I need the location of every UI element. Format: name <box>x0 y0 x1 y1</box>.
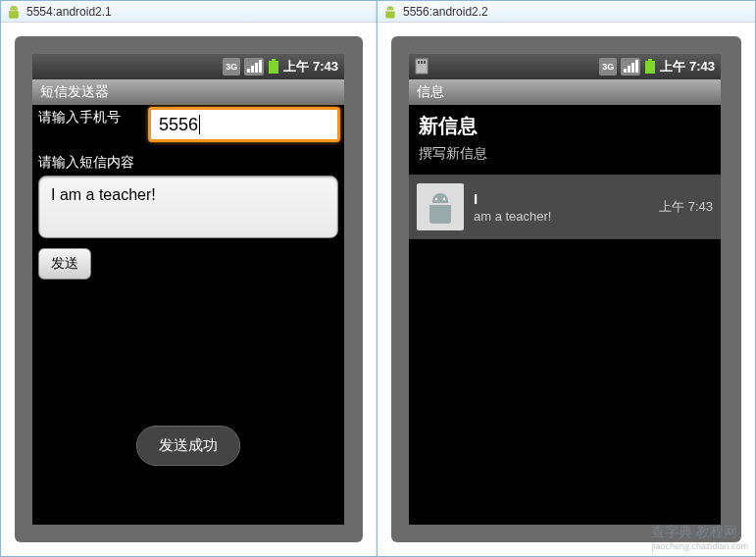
sms-sender-content: 请输入手机号 5556 请输入短信内容 I am a teacher! 发送 <box>32 105 344 283</box>
phone-input[interactable]: 5556 <box>148 107 340 142</box>
signal-bars-icon <box>244 58 264 76</box>
window-title: 5554:android2.1 <box>26 5 112 19</box>
app-title: 短信发送器 <box>40 83 109 101</box>
send-button[interactable]: 发送 <box>38 248 91 279</box>
svg-rect-7 <box>269 61 278 74</box>
window-titlebar-left: 5554:android2.1 <box>1 1 377 23</box>
toast-text: 发送成功 <box>159 436 218 453</box>
svg-rect-16 <box>631 63 634 73</box>
statusbar-right: 3G 上午 7:43 <box>409 54 721 79</box>
screen-right: 3G 上午 7:43 信息 新信息 撰写新信息 <box>409 54 721 525</box>
window-titlebar-right: 5556:android2.2 <box>378 1 755 23</box>
svg-rect-6 <box>272 59 276 61</box>
statusbar-time: 上午 7:43 <box>660 58 715 76</box>
svg-rect-12 <box>421 61 423 64</box>
content-label: 请输入短信内容 <box>38 154 338 172</box>
svg-rect-4 <box>255 63 258 73</box>
svg-rect-15 <box>628 66 630 73</box>
emulator-window-left: 5554:android2.1 3G 上午 7:43 短信发送器 请输入手机号 … <box>0 0 378 557</box>
message-input[interactable]: I am a teacher! <box>38 176 338 238</box>
emulator-frame-right: 3G 上午 7:43 信息 新信息 撰写新信息 <box>391 36 741 542</box>
svg-point-21 <box>435 198 437 200</box>
app-titlebar-sender: 短信发送器 <box>32 79 344 105</box>
text-cursor <box>199 115 200 134</box>
battery-icon <box>644 58 656 76</box>
message-time: 上午 7:43 <box>659 198 713 216</box>
messages-header[interactable]: 新信息 撰写新信息 <box>409 105 721 175</box>
messages-app-content: 新信息 撰写新信息 I am a teacher! 上午 7:43 <box>409 105 721 239</box>
emulator-window-right: 5556:android2.2 3G 上午 7:43 信息 <box>377 0 756 557</box>
divider <box>409 238 721 239</box>
svg-rect-14 <box>624 69 627 73</box>
svg-rect-17 <box>635 60 638 73</box>
compose-label: 撰写新信息 <box>419 145 711 163</box>
watermark: 查字典 教程网 jiaocheng.chazidian.com <box>651 524 748 551</box>
svg-point-0 <box>12 8 13 9</box>
signal-3g-icon: 3G <box>223 58 240 76</box>
svg-point-1 <box>15 8 16 9</box>
new-message-title: 新信息 <box>419 113 711 139</box>
message-body: I am a teacher! <box>474 190 649 224</box>
message-input-value: I am a teacher! <box>51 186 156 203</box>
watermark-sub: jiaocheng.chazidian.com <box>651 541 748 551</box>
app-title: 信息 <box>417 83 444 101</box>
watermark-main: 查字典 教程网 <box>651 524 737 539</box>
message-sender: I <box>474 190 649 207</box>
svg-point-22 <box>443 198 445 200</box>
app-titlebar-messages: 信息 <box>409 79 721 105</box>
message-list-item[interactable]: I am a teacher! 上午 7:43 <box>409 176 721 238</box>
svg-rect-5 <box>259 60 262 73</box>
battery-icon <box>268 58 279 76</box>
signal-bars-icon <box>621 58 640 76</box>
statusbar-time: 上午 7:43 <box>283 58 338 76</box>
sdcard-icon <box>415 58 430 78</box>
android-icon <box>383 5 397 19</box>
statusbar-left: 3G 上午 7:43 <box>32 54 344 79</box>
signal-3g-icon: 3G <box>599 58 617 76</box>
window-title: 5556:android2.2 <box>403 5 488 19</box>
svg-rect-11 <box>418 61 420 64</box>
svg-rect-2 <box>247 69 250 73</box>
svg-point-9 <box>391 8 392 9</box>
screen-left: 3G 上午 7:43 短信发送器 请输入手机号 5556 请输入短信内容 <box>32 54 344 525</box>
send-button-label: 发送 <box>51 255 78 271</box>
avatar <box>417 183 464 230</box>
message-preview: am a teacher! <box>474 209 649 224</box>
emulator-frame-left: 3G 上午 7:43 短信发送器 请输入手机号 5556 请输入短信内容 <box>15 36 363 542</box>
svg-point-8 <box>388 8 389 9</box>
svg-rect-18 <box>648 59 652 61</box>
svg-rect-3 <box>251 66 254 73</box>
phone-input-value: 5556 <box>159 115 198 135</box>
android-icon <box>7 5 21 19</box>
svg-rect-13 <box>424 61 426 64</box>
toast-success: 发送成功 <box>136 426 240 466</box>
svg-rect-19 <box>645 61 655 74</box>
